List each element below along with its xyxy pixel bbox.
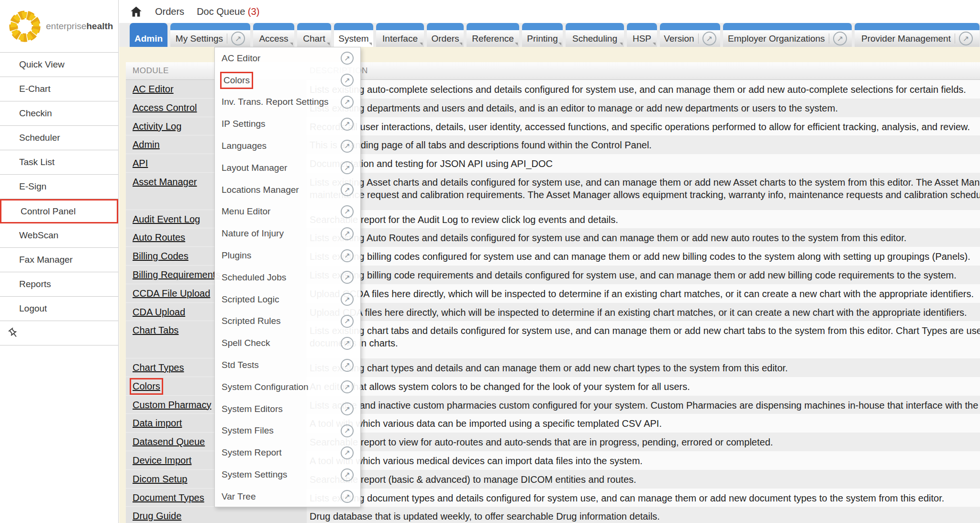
external-link-icon[interactable]: ↗ [341, 468, 354, 481]
external-link-icon[interactable]: ↗ [341, 52, 354, 65]
external-link-icon[interactable]: ↗ [341, 359, 354, 372]
dropdown-item-scripted-logic[interactable]: Scripted Logic ↗ [215, 289, 360, 311]
dropdown-item-var-tree[interactable]: Var Tree ↗ [215, 486, 360, 508]
external-link-icon[interactable]: ↗ [341, 402, 354, 415]
breadcrumb-doc-queue[interactable]: Doc Queue (3) [197, 6, 259, 17]
dropdown-item-locations-manager[interactable]: Locations Manager ↗ [215, 179, 360, 201]
external-link-icon[interactable]: ↗ [341, 315, 354, 328]
tab-orders[interactable]: Orders [427, 23, 464, 47]
module-link-billing-codes[interactable]: Billing Codes [133, 251, 189, 262]
external-link-icon[interactable]: ↗ [341, 205, 354, 218]
dropdown-item-system-editors[interactable]: System Editors ↗ [215, 398, 360, 420]
module-link-billing-requirements[interactable]: Billing Requirements [133, 269, 220, 280]
sidebar-item-control-panel-highlighted[interactable]: Control Panel [0, 199, 118, 223]
dropdown-item-scripted-rules[interactable]: Scripted Rules ↗ [215, 311, 360, 333]
module-link-chart-tabs[interactable]: Chart Tabs [133, 325, 178, 336]
dropdown-item-ac-editor[interactable]: AC Editor ↗ [215, 47, 360, 69]
module-link-dicom-setup[interactable]: Dicom Setup [133, 474, 188, 485]
module-link-data-import[interactable]: Data import [133, 418, 182, 429]
module-link-device-import[interactable]: Device Import [133, 455, 191, 466]
module-link-ac-editor[interactable]: AC Editor [133, 84, 174, 95]
sidebar-item-fax-manager[interactable]: Fax Manager [0, 248, 118, 272]
external-link-icon[interactable]: ↗ [959, 32, 973, 45]
pin-icon[interactable] [8, 327, 19, 339]
external-link-icon[interactable]: ↗ [702, 32, 716, 45]
module-link-document-types[interactable]: Document Types [133, 492, 204, 503]
module-link-ccda-file-upload[interactable]: CCDA File Upload [133, 288, 210, 299]
external-link-icon[interactable]: ↗ [341, 380, 354, 393]
dropdown-item-layout-manager[interactable]: Layout Manager ↗ [215, 157, 360, 179]
external-link-icon[interactable]: ↗ [231, 32, 245, 45]
tab-my-settings[interactable]: My Settings ↗ [170, 23, 250, 47]
breadcrumb-orders[interactable]: Orders [155, 6, 184, 17]
dropdown-item-spell-check[interactable]: Spell Check ↗ [215, 332, 360, 354]
sidebar-item-e-chart[interactable]: E-Chart [0, 77, 118, 101]
tab-admin[interactable]: Admin [130, 23, 167, 47]
tab-employer-organizations[interactable]: Employer Organizations ↗ [723, 23, 852, 47]
tab-version[interactable]: Version ↗ [660, 23, 720, 47]
module-link-drug-guide[interactable]: Drug Guide [133, 511, 181, 522]
module-link-api[interactable]: API [133, 158, 148, 169]
tab-hsp[interactable]: HSP [627, 23, 657, 47]
module-link-activity-log[interactable]: Activity Log [133, 121, 181, 132]
tab-printing[interactable]: Printing [522, 23, 563, 47]
module-link-audit-event-log[interactable]: Audit Event Log [133, 214, 200, 225]
external-link-icon[interactable]: ↗ [341, 271, 354, 284]
module-link-custom-pharmacy[interactable]: Custom Pharmacy [133, 400, 212, 411]
dropdown-item-colors[interactable]: Colors ↗ [215, 69, 360, 91]
sidebar-item-quick-view[interactable]: Quick View [0, 53, 118, 77]
dropdown-item-ip-settings[interactable]: IP Settings ↗ [215, 113, 360, 135]
dropdown-item-nature-of-injury[interactable]: Nature of Injury ↗ [215, 223, 360, 245]
tab-chart[interactable]: Chart [297, 23, 331, 47]
tab-scheduling[interactable]: Scheduling [566, 23, 624, 47]
tab-interface[interactable]: Interface [376, 23, 424, 47]
dropdown-item-inv-trans-report-settings[interactable]: Inv. Trans. Report Settings ↗ [215, 91, 360, 113]
external-link-icon[interactable]: ↗ [341, 96, 354, 109]
dropdown-item-system-report[interactable]: System Report ↗ [215, 442, 360, 464]
dropdown-item-system-configuration[interactable]: System Configuration ↗ [215, 376, 360, 398]
module-link-cda-upload[interactable]: CDA Upload [133, 307, 185, 318]
module-link-auto-routes[interactable]: Auto Routes [133, 232, 185, 243]
module-description: Lists existing departments and users and… [307, 99, 980, 117]
external-link-icon[interactable]: ↗ [341, 490, 354, 503]
external-link-icon[interactable]: ↗ [341, 161, 354, 174]
module-link-access-control[interactable]: Access Control [133, 102, 197, 113]
sidebar-item-webscan[interactable]: WebScan [0, 223, 118, 248]
module-link-admin[interactable]: Admin [133, 139, 160, 150]
external-link-icon[interactable]: ↗ [341, 118, 354, 131]
module-link-chart-types[interactable]: Chart Types [133, 362, 184, 373]
external-link-icon[interactable]: ↗ [341, 446, 354, 459]
tab-access[interactable]: Access [253, 23, 294, 47]
external-link-icon[interactable]: ↗ [341, 140, 354, 153]
dropdown-item-scheduled-jobs[interactable]: Scheduled Jobs ↗ [215, 267, 360, 289]
dropdown-item-menu-editor[interactable]: Menu Editor ↗ [215, 201, 360, 223]
external-link-icon[interactable]: ↗ [833, 32, 847, 45]
dropdown-item-system-files[interactable]: System Files ↗ [215, 420, 360, 442]
external-link-icon[interactable]: ↗ [341, 424, 354, 437]
tab-system[interactable]: System [334, 23, 373, 47]
tab-reference[interactable]: Reference [467, 23, 519, 47]
module-link-colors[interactable]: Colors [133, 381, 160, 392]
dropdown-item-system-settings[interactable]: System Settings ↗ [215, 464, 360, 486]
module-description: Lists existing auto-complete selections … [307, 80, 980, 99]
external-link-icon[interactable]: ↗ [341, 249, 354, 262]
tab-provider-management[interactable]: Provider Management ↗ [855, 23, 980, 47]
sidebar-item-e-sign[interactable]: E-Sign [0, 175, 118, 199]
sidebar-item-logout[interactable]: Logout [0, 297, 118, 321]
dropdown-item-plugins[interactable]: Plugins ↗ [215, 245, 360, 267]
dropdown-item-std-tests[interactable]: Std Tests ↗ [215, 354, 360, 376]
sidebar-pin-row[interactable] [0, 321, 118, 345]
external-link-icon[interactable]: ↗ [341, 337, 354, 350]
external-link-icon[interactable]: ↗ [341, 227, 354, 240]
home-icon[interactable] [130, 5, 143, 18]
dropdown-item-languages[interactable]: Languages ↗ [215, 135, 360, 157]
module-link-datasend-queue[interactable]: Datasend Queue [133, 436, 205, 447]
sidebar-item-task-list[interactable]: Task List [0, 150, 118, 175]
external-link-icon[interactable]: ↗ [341, 293, 354, 306]
external-link-icon[interactable]: ↗ [341, 74, 354, 87]
sidebar-item-checkin[interactable]: Checkin [0, 101, 118, 126]
module-link-asset-manager[interactable]: Asset Manager [133, 177, 197, 188]
sidebar-item-scheduler[interactable]: Scheduler [0, 126, 118, 150]
external-link-icon[interactable]: ↗ [341, 183, 354, 196]
sidebar-item-reports[interactable]: Reports [0, 272, 118, 297]
